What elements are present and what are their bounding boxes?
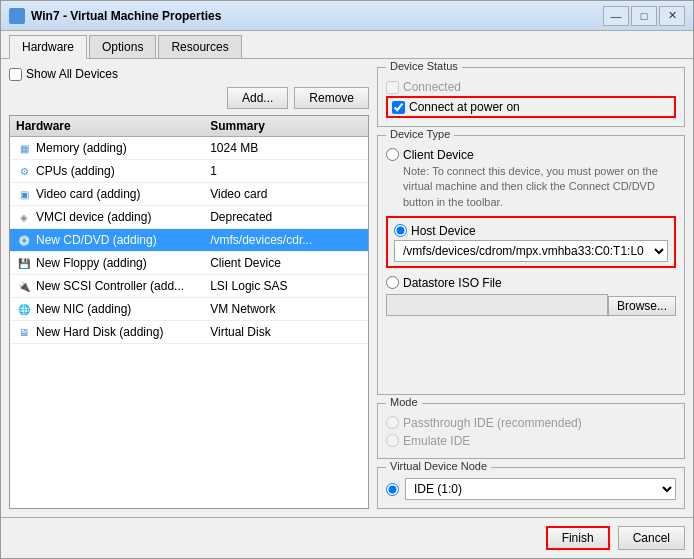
table-row[interactable]: ▦ Memory (adding) 1024 MB <box>10 137 368 160</box>
floppy-icon: 💾 <box>16 255 32 271</box>
show-all-row: Show All Devices <box>9 67 369 81</box>
device-status-content: Connected Connect at power on <box>386 78 676 118</box>
nic-icon: 🌐 <box>16 301 32 317</box>
tab-resources[interactable]: Resources <box>158 35 241 58</box>
hw-name-cell: ▦ Memory (adding) <box>10 137 204 159</box>
toolbar-row: Add... Remove <box>9 87 369 109</box>
footer: Finish Cancel <box>1 517 693 558</box>
close-button[interactable]: ✕ <box>659 6 685 26</box>
header-summary: Summary <box>204 116 368 136</box>
right-panel: Device Status Connected Connect at power… <box>377 67 685 509</box>
hw-name-cell: ⚙ CPUs (adding) <box>10 160 204 182</box>
client-device-note: Note: To connect this device, you must p… <box>403 164 676 210</box>
scsi-icon: 🔌 <box>16 278 32 294</box>
header-hardware: Hardware <box>10 116 204 136</box>
emulate-label: Emulate IDE <box>403 434 470 448</box>
passthrough-row: Passthrough IDE (recommended) <box>386 414 676 432</box>
hw-name-cell: 🌐 New NIC (adding) <box>10 298 204 320</box>
datastore-input-row: Browse... <box>386 294 676 316</box>
tabs-bar: Hardware Options Resources <box>1 31 693 59</box>
hw-summary-cell: Virtual Disk <box>204 322 368 342</box>
mode-group: Mode Passthrough IDE (recommended) Emula… <box>377 403 685 459</box>
cd-icon: 💿 <box>16 232 32 248</box>
device-status-group: Device Status Connected Connect at power… <box>377 67 685 127</box>
passthrough-label: Passthrough IDE (recommended) <box>403 416 582 430</box>
mode-title: Mode <box>386 396 422 408</box>
finish-button[interactable]: Finish <box>546 526 610 550</box>
device-type-content: Client Device Note: To connect this devi… <box>386 146 676 316</box>
hw-name-cell: 🖥 New Hard Disk (adding) <box>10 321 204 343</box>
table-row[interactable]: ▣ Video card (adding) Video card <box>10 183 368 206</box>
title-bar-buttons: — □ ✕ <box>603 6 685 26</box>
disk-icon: 🖥 <box>16 324 32 340</box>
table-row[interactable]: 💾 New Floppy (adding) Client Device <box>10 252 368 275</box>
host-device-label: Host Device <box>411 224 476 238</box>
window-icon <box>9 8 25 24</box>
datastore-label: Datastore ISO File <box>403 276 502 290</box>
hw-summary-cell: 1 <box>204 161 368 181</box>
tab-hardware[interactable]: Hardware <box>9 35 87 59</box>
main-content: Show All Devices Add... Remove Hardware … <box>1 59 693 517</box>
hw-summary-cell: /vmfs/devices/cdr... <box>204 230 368 250</box>
table-row-selected[interactable]: 💿 New CD/DVD (adding) /vmfs/devices/cdr.… <box>10 229 368 252</box>
video-icon: ▣ <box>16 186 32 202</box>
connected-label: Connected <box>403 80 461 94</box>
hw-name-cell: 💾 New Floppy (adding) <box>10 252 204 274</box>
host-device-section: Host Device /vmfs/devices/cdrom/mpx.vmhb… <box>386 216 676 268</box>
device-type-title: Device Type <box>386 128 454 140</box>
main-window: Win7 - Virtual Machine Properties — □ ✕ … <box>0 0 694 559</box>
hw-summary-cell: Deprecated <box>204 207 368 227</box>
table-header: Hardware Summary <box>10 116 368 137</box>
hw-summary-cell: VM Network <box>204 299 368 319</box>
vmci-icon: ◈ <box>16 209 32 225</box>
client-device-label: Client Device <box>403 148 676 162</box>
add-button[interactable]: Add... <box>227 87 288 109</box>
connect-on-checkbox[interactable] <box>392 101 405 114</box>
table-row[interactable]: ⚙ CPUs (adding) 1 <box>10 160 368 183</box>
vdn-title: Virtual Device Node <box>386 460 491 472</box>
vdn-content: IDE (1:0) <box>386 478 676 500</box>
table-row[interactable]: 🌐 New NIC (adding) VM Network <box>10 298 368 321</box>
host-device-row: Host Device <box>394 222 668 240</box>
table-row[interactable]: 🔌 New SCSI Controller (add... LSI Logic … <box>10 275 368 298</box>
datastore-radio[interactable] <box>386 276 399 289</box>
hw-name-cell: 🔌 New SCSI Controller (add... <box>10 275 204 297</box>
client-device-row: Client Device Note: To connect this devi… <box>386 146 676 212</box>
vdn-dropdown[interactable]: IDE (1:0) <box>405 478 676 500</box>
datastore-path-input[interactable] <box>386 294 608 316</box>
show-all-checkbox[interactable] <box>9 68 22 81</box>
left-panel: Show All Devices Add... Remove Hardware … <box>9 67 369 509</box>
hw-summary-cell: Client Device <box>204 253 368 273</box>
hw-name-cell: 💿 New CD/DVD (adding) <box>10 229 204 251</box>
cancel-button[interactable]: Cancel <box>618 526 685 550</box>
show-all-label: Show All Devices <box>26 67 118 81</box>
passthrough-radio[interactable] <box>386 416 399 429</box>
connect-on-row: Connect at power on <box>386 96 676 118</box>
hw-summary-cell: 1024 MB <box>204 138 368 158</box>
table-row[interactable]: 🖥 New Hard Disk (adding) Virtual Disk <box>10 321 368 344</box>
datastore-row: Datastore ISO File <box>386 274 676 292</box>
hw-name-cell: ▣ Video card (adding) <box>10 183 204 205</box>
connected-row: Connected <box>386 78 676 96</box>
device-type-group: Device Type Client Device Note: To conne… <box>377 135 685 395</box>
device-status-title: Device Status <box>386 60 462 72</box>
memory-icon: ▦ <box>16 140 32 156</box>
host-device-dropdown[interactable]: /vmfs/devices/cdrom/mpx.vmhba33:C0:T1:L0 <box>394 240 668 262</box>
title-bar: Win7 - Virtual Machine Properties — □ ✕ <box>1 1 693 31</box>
connected-checkbox[interactable] <box>386 81 399 94</box>
emulate-row: Emulate IDE <box>386 432 676 450</box>
cpu-icon: ⚙ <box>16 163 32 179</box>
maximize-button[interactable]: □ <box>631 6 657 26</box>
emulate-radio[interactable] <box>386 434 399 447</box>
client-device-radio[interactable] <box>386 148 399 161</box>
minimize-button[interactable]: — <box>603 6 629 26</box>
hw-name-cell: ◈ VMCI device (adding) <box>10 206 204 228</box>
table-row[interactable]: ◈ VMCI device (adding) Deprecated <box>10 206 368 229</box>
host-device-radio[interactable] <box>394 224 407 237</box>
vdn-radio[interactable] <box>386 483 399 496</box>
hardware-table: Hardware Summary ▦ Memory (adding) 1024 … <box>9 115 369 509</box>
tab-options[interactable]: Options <box>89 35 156 58</box>
remove-button[interactable]: Remove <box>294 87 369 109</box>
browse-button[interactable]: Browse... <box>608 296 676 316</box>
vdn-group: Virtual Device Node IDE (1:0) <box>377 467 685 509</box>
